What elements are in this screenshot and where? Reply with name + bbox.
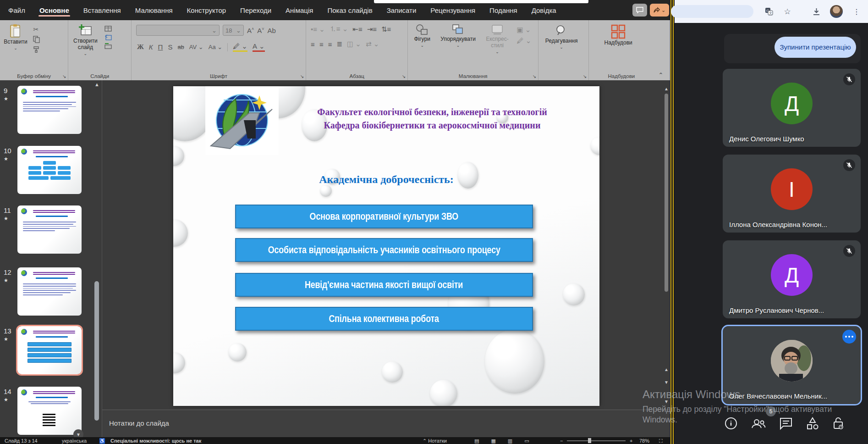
new-slide-button[interactable]: Створити слайд ⌄: [68, 20, 102, 68]
thumbnail-preview[interactable]: [17, 387, 82, 435]
zoom-slider-thumb[interactable]: [588, 438, 591, 443]
tab-draw[interactable]: Малювання: [134, 2, 174, 19]
font-dialog-launcher[interactable]: ↘: [300, 74, 304, 79]
clipboard-dialog-launcher[interactable]: ↘: [62, 74, 66, 79]
participant-tile-2[interactable]: І Іллона Олександрівна Конон...: [723, 155, 861, 233]
scroll-up-icon[interactable]: ▲: [664, 86, 669, 91]
download-icon[interactable]: [810, 6, 822, 17]
bookmark-star-icon[interactable]: ☆: [781, 6, 793, 17]
tab-slideshow[interactable]: Показ слайдів: [326, 2, 373, 19]
reading-view-icon[interactable]: ▥: [508, 438, 512, 444]
zoom-out-button[interactable]: −: [560, 438, 563, 444]
change-case-button[interactable]: Aa ⌄: [209, 44, 222, 50]
layout-icon[interactable]: [104, 26, 112, 32]
comments-button[interactable]: [632, 4, 647, 17]
reset-slide-icon[interactable]: [104, 34, 112, 40]
translate-icon[interactable]: G文: [763, 6, 775, 17]
align-left-icon[interactable]: ≡: [311, 40, 315, 48]
previous-slide-icon[interactable]: ▲: [664, 367, 669, 372]
editing-dialog-launcher[interactable]: ↘: [583, 74, 587, 79]
paragraph-dialog-launcher[interactable]: ↘: [402, 74, 406, 79]
host-controls-icon[interactable]: [832, 416, 845, 430]
next-slide-icon[interactable]: ▼: [664, 380, 669, 385]
align-right-icon[interactable]: ≡: [328, 40, 332, 48]
zoom-in-button[interactable]: +: [630, 438, 632, 444]
info-icon[interactable]: [724, 416, 738, 430]
language-status[interactable]: українська: [62, 438, 87, 444]
thumbnail-preview[interactable]: [17, 267, 82, 316]
copy-icon[interactable]: [33, 36, 40, 43]
thumbnails-scroll-up-icon[interactable]: ▲: [94, 82, 99, 87]
slide-scrollbar[interactable]: ▲ ▲ ▼ ▼: [663, 86, 670, 406]
shape-fill-icon[interactable]: ▣ ⌄: [517, 26, 532, 34]
normal-view-icon[interactable]: ▤: [474, 438, 479, 444]
thumbnail-preview-current[interactable]: [17, 326, 82, 374]
chat-icon[interactable]: [779, 416, 793, 430]
shapes-button[interactable]: Фігури⌄: [408, 20, 436, 68]
tab-review[interactable]: Рецензування: [429, 2, 476, 19]
tab-help[interactable]: Довідка: [531, 2, 557, 19]
shape-outline-icon[interactable]: 🖉 ⌄: [517, 37, 532, 45]
shrink-font-button[interactable]: A˅: [257, 27, 264, 34]
slide-box-4[interactable]: Спільна колективна робота: [235, 307, 533, 331]
share-button[interactable]: ⌄: [650, 4, 669, 17]
numbering-icon[interactable]: ⒈≡ ⌄: [330, 25, 348, 33]
text-highlight-button[interactable]: 🖉 ⌄: [233, 42, 247, 52]
cut-icon[interactable]: ✂: [33, 26, 40, 33]
stop-presenting-button[interactable]: Зупинити презентацію: [775, 37, 856, 58]
shadow-button[interactable]: S: [168, 43, 172, 51]
tab-transitions[interactable]: Переходи: [239, 2, 272, 19]
thumbnail-preview[interactable]: [17, 146, 82, 194]
tab-design[interactable]: Конструктор: [186, 2, 227, 19]
more-options-button[interactable]: [842, 330, 856, 344]
slide-box-3[interactable]: Невід'ємна частина якості вищої освіти: [235, 273, 533, 297]
paste-button[interactable]: Вставити ⌄: [0, 20, 31, 68]
activities-icon[interactable]: [806, 416, 819, 430]
profile-avatar[interactable]: [830, 5, 843, 18]
indent-increase-icon[interactable]: ⇥≡: [367, 25, 377, 33]
justify-icon[interactable]: ≣: [336, 40, 342, 48]
tab-animations[interactable]: Анімація: [285, 2, 314, 19]
addins-button[interactable]: Надбудови: [595, 20, 641, 68]
section-icon[interactable]: [104, 43, 112, 49]
editing-button[interactable]: Редагування⌄: [538, 20, 584, 68]
align-center-icon[interactable]: ≡: [319, 40, 324, 48]
fit-to-window-icon[interactable]: ⛶: [659, 438, 663, 444]
people-icon[interactable]: [751, 416, 766, 430]
accessibility-status[interactable]: Спеціальні можливості: щось не так: [110, 438, 201, 444]
clear-formatting-button[interactable]: Ab: [267, 27, 275, 34]
menu-dots-icon[interactable]: ⋮: [851, 6, 863, 17]
thumbnail-preview[interactable]: [17, 205, 82, 254]
font-size-combobox[interactable]: 18⌄: [223, 25, 244, 36]
participant-tile-3[interactable]: Д Дмитро Русланович Чернов...: [723, 240, 861, 318]
thumbnail-preview[interactable]: [17, 86, 82, 134]
font-name-combobox[interactable]: ⌄: [136, 25, 220, 36]
grow-font-button[interactable]: A˄: [247, 27, 254, 34]
indent-decrease-icon[interactable]: ⇤≡: [352, 25, 362, 33]
arrange-button[interactable]: Упорядкувати⌄: [439, 20, 478, 68]
address-bar[interactable]: [671, 5, 753, 18]
tab-view[interactable]: Подання: [489, 2, 518, 19]
tab-insert[interactable]: Вставлення: [82, 2, 122, 19]
quick-styles-button[interactable]: Експрес-стилі⌄: [480, 20, 515, 68]
font-color-button[interactable]: А ⌄: [253, 42, 265, 52]
underline-button[interactable]: П: [158, 43, 163, 51]
collapse-ribbon-icon[interactable]: ⌃: [659, 72, 664, 78]
tab-home[interactable]: Основне: [38, 2, 70, 19]
tab-file[interactable]: Файл: [7, 2, 26, 19]
participant-tile-1[interactable]: Д Денис Олегович Шумко: [723, 69, 861, 147]
columns-icon[interactable]: ◫ ⌄: [347, 40, 361, 48]
format-painter-icon[interactable]: [33, 46, 40, 53]
line-spacing-icon[interactable]: ⇅≡: [381, 25, 391, 33]
strikethrough-button[interactable]: ab: [177, 44, 184, 50]
slide-box-1[interactable]: Основа корпоративної культури ЗВО: [235, 205, 533, 228]
notes-pane[interactable]: Нотатки до слайда: [102, 410, 670, 438]
bullets-icon[interactable]: •≡ ⌄: [311, 25, 325, 33]
current-slide-canvas[interactable]: Факультет екологічної безпеки, інженерії…: [173, 86, 599, 406]
slideshow-view-icon[interactable]: ▭: [524, 438, 529, 444]
scroll-down-icon[interactable]: ▼: [664, 399, 669, 404]
slide-box-2[interactable]: Особиста відповідальність учасників осві…: [235, 238, 533, 262]
tab-record[interactable]: Записати: [386, 2, 418, 19]
zoom-slider-track[interactable]: [567, 440, 626, 441]
char-spacing-button[interactable]: AV ⌄: [189, 44, 203, 50]
